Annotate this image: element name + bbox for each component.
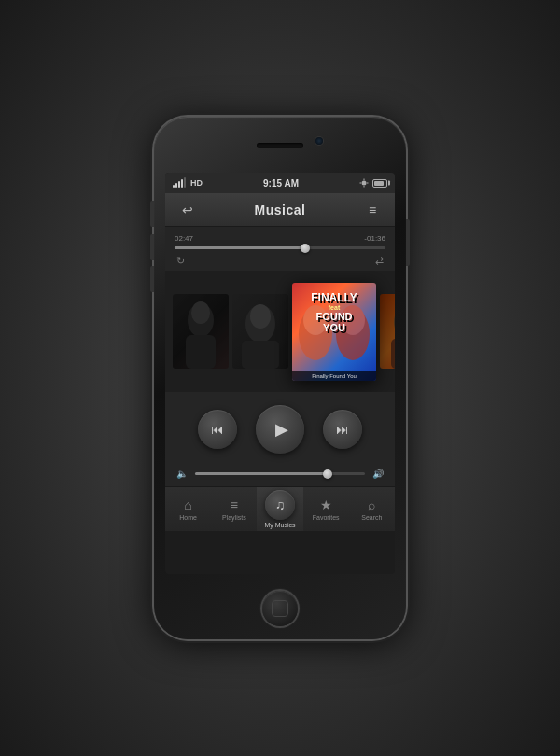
face-silhouette bbox=[380, 294, 395, 369]
menu-button[interactable]: ≡ bbox=[359, 197, 385, 223]
svg-rect-9 bbox=[242, 341, 279, 369]
progress-controls: ↻ ⇄ bbox=[175, 255, 385, 267]
tab-favorites[interactable]: ★ Favorites bbox=[303, 487, 349, 531]
speaker bbox=[257, 143, 303, 148]
playlists-icon: ≡ bbox=[231, 497, 238, 512]
volume-bar[interactable] bbox=[195, 472, 365, 475]
album-cover bbox=[232, 294, 288, 369]
volume-thumb[interactable] bbox=[323, 469, 332, 479]
home-icon: ⌂ bbox=[184, 497, 191, 512]
svg-point-0 bbox=[361, 181, 366, 186]
phone-frame: HD 9:15 AM ↩ Musical ≡ bbox=[154, 117, 406, 639]
tab-bar: ⌂ Home ≡ Playlists ♫ My Musics ★ Favorit… bbox=[165, 486, 395, 531]
tab-home[interactable]: ⌂ Home bbox=[165, 487, 211, 531]
elapsed-time: 02:47 bbox=[175, 234, 193, 243]
forward-button[interactable]: ⏭ bbox=[323, 410, 362, 449]
battery-icon bbox=[372, 179, 387, 188]
playback-controls: ⏮ ▶ ⏭ bbox=[165, 392, 395, 463]
album-item[interactable] bbox=[380, 294, 395, 369]
tab-home-label: Home bbox=[179, 514, 197, 521]
home-button-inner bbox=[272, 600, 288, 617]
album-cover-main: FINALLY feat FOUNDYOU Finally Found You bbox=[292, 283, 376, 381]
rewind-button[interactable]: ⏮ bbox=[198, 410, 237, 449]
carousel-track: FINALLY feat FOUNDYOU Finally Found You bbox=[165, 283, 395, 381]
svg-point-7 bbox=[191, 301, 210, 324]
svg-rect-16 bbox=[391, 339, 395, 369]
progress-times: 02:47 -01:36 bbox=[175, 234, 385, 243]
album-carousel: FINALLY feat FOUNDYOU Finally Found You bbox=[165, 271, 395, 392]
volume-low-icon: 🔈 bbox=[176, 469, 188, 479]
page-title: Musical bbox=[255, 203, 306, 217]
rewind-icon: ⏮ bbox=[211, 422, 224, 437]
status-bar: HD 9:15 AM bbox=[165, 173, 395, 193]
album-item[interactable] bbox=[232, 294, 288, 369]
face-silhouette bbox=[173, 294, 229, 369]
svg-rect-6 bbox=[186, 335, 216, 369]
progress-bar[interactable] bbox=[175, 246, 385, 249]
search-icon: ⌕ bbox=[368, 497, 375, 512]
volume-fill bbox=[195, 472, 328, 475]
tab-search-label: Search bbox=[361, 514, 382, 521]
album-cover bbox=[173, 294, 229, 369]
tab-playlists[interactable]: ≡ Playlists bbox=[211, 487, 257, 531]
play-button[interactable]: ▶ bbox=[256, 405, 304, 454]
home-button[interactable] bbox=[262, 591, 298, 626]
tab-playlists-label: Playlists bbox=[222, 514, 246, 521]
face-silhouette bbox=[232, 294, 288, 369]
progress-fill bbox=[175, 246, 305, 249]
my-musics-icon: ♫ bbox=[275, 497, 286, 512]
nav-bar: ↩ Musical ≡ bbox=[165, 193, 395, 227]
shuffle-icon[interactable]: ⇄ bbox=[375, 255, 384, 267]
signal-label: HD bbox=[190, 178, 203, 188]
back-button[interactable]: ↩ bbox=[175, 197, 201, 223]
album-title-label: Finally Found You bbox=[292, 371, 376, 381]
album-cover bbox=[380, 294, 395, 369]
volume-high-icon: 🔊 bbox=[372, 469, 384, 479]
album-text: FINALLY feat FOUNDYOU bbox=[297, 292, 371, 333]
progress-section: 02:47 -01:36 ↻ ⇄ bbox=[165, 227, 395, 271]
tab-my-musics-label: My Musics bbox=[264, 522, 295, 528]
volume-section: 🔈 🔊 bbox=[165, 463, 395, 486]
signal-bars bbox=[173, 178, 186, 188]
remaining-time: -01:36 bbox=[364, 234, 385, 243]
status-right bbox=[359, 178, 387, 188]
svg-point-10 bbox=[250, 304, 271, 329]
tab-my-musics[interactable]: ♫ My Musics bbox=[257, 487, 302, 531]
screen: HD 9:15 AM ↩ Musical ≡ bbox=[165, 173, 395, 574]
brightness-icon bbox=[359, 178, 369, 188]
album-center[interactable]: FINALLY feat FOUNDYOU Finally Found You bbox=[292, 283, 376, 381]
my-musics-circle: ♫ bbox=[265, 490, 295, 520]
play-icon: ▶ bbox=[275, 419, 288, 440]
repeat-icon[interactable]: ↻ bbox=[176, 255, 185, 267]
tab-favorites-label: Favorites bbox=[313, 514, 340, 521]
status-time: 9:15 AM bbox=[263, 178, 299, 189]
progress-thumb[interactable] bbox=[301, 244, 310, 253]
camera bbox=[315, 137, 323, 145]
forward-icon: ⏭ bbox=[336, 422, 349, 437]
album-item[interactable] bbox=[173, 294, 229, 369]
tab-search[interactable]: ⌕ Search bbox=[349, 487, 395, 531]
svg-point-15 bbox=[394, 304, 395, 340]
status-left: HD bbox=[173, 178, 203, 188]
favorites-icon: ★ bbox=[320, 497, 332, 512]
